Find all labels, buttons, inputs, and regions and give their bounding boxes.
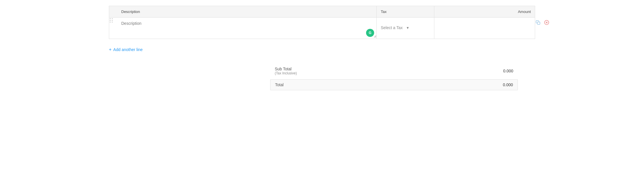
add-line-button[interactable]: + Add another line xyxy=(109,45,143,54)
total-value: 0.000 xyxy=(503,82,513,87)
description-input[interactable] xyxy=(117,18,376,38)
add-line-container: + Add another line xyxy=(109,44,535,54)
subtotal-label: Sub Total xyxy=(275,67,297,71)
drag-dot xyxy=(110,22,111,22)
table-row: G Select a Tax ▾ xyxy=(109,18,535,39)
drag-dot xyxy=(110,18,111,19)
amount-column-header: Amount xyxy=(434,6,535,18)
row-actions xyxy=(535,19,550,26)
tax-cell: Select a Tax ▾ xyxy=(377,18,434,39)
subtotal-row: Sub Total (Tax Inclusive) 0.000 xyxy=(270,64,518,78)
tax-column-header: Tax xyxy=(377,6,434,18)
drag-dot xyxy=(112,20,113,21)
add-line-label: Add another line xyxy=(113,47,143,52)
copy-row-button[interactable] xyxy=(535,19,541,26)
drag-dot xyxy=(110,20,111,21)
drag-dot xyxy=(112,22,113,22)
tax-select-dropdown[interactable]: Select a Tax ▾ xyxy=(377,18,434,38)
svg-rect-0 xyxy=(537,22,540,25)
totals-section: Sub Total (Tax Inclusive) 0.000 Total 0.… xyxy=(109,64,535,91)
total-label: Total xyxy=(275,82,284,87)
total-row: Total 0.000 xyxy=(270,79,518,90)
table-header: Description Tax Amount xyxy=(109,6,535,18)
line-items-table: Description Tax Amount xyxy=(109,6,535,39)
drag-header xyxy=(109,6,118,18)
amount-cell xyxy=(434,18,535,39)
subtotal-value: 0.000 xyxy=(503,69,513,73)
table-body: G Select a Tax ▾ xyxy=(109,18,535,39)
description-column-header: Description xyxy=(117,6,377,18)
tax-inclusive-label: (Tax Inclusive) xyxy=(275,71,297,75)
tax-select-placeholder: Select a Tax xyxy=(381,25,404,30)
subtotal-label-group: Sub Total (Tax Inclusive) xyxy=(275,67,297,75)
drag-handle-cell[interactable] xyxy=(109,18,118,39)
drag-handle-icon xyxy=(109,18,117,23)
description-cell: G xyxy=(117,18,377,39)
table-row-wrapper: Description Tax Amount xyxy=(109,6,535,39)
plus-icon: + xyxy=(109,47,111,52)
grammarly-badge[interactable]: G xyxy=(366,29,374,37)
drag-dot xyxy=(112,18,113,19)
chevron-down-icon: ▾ xyxy=(407,25,430,30)
main-container: Description Tax Amount xyxy=(109,6,535,91)
delete-row-button[interactable] xyxy=(543,19,550,26)
